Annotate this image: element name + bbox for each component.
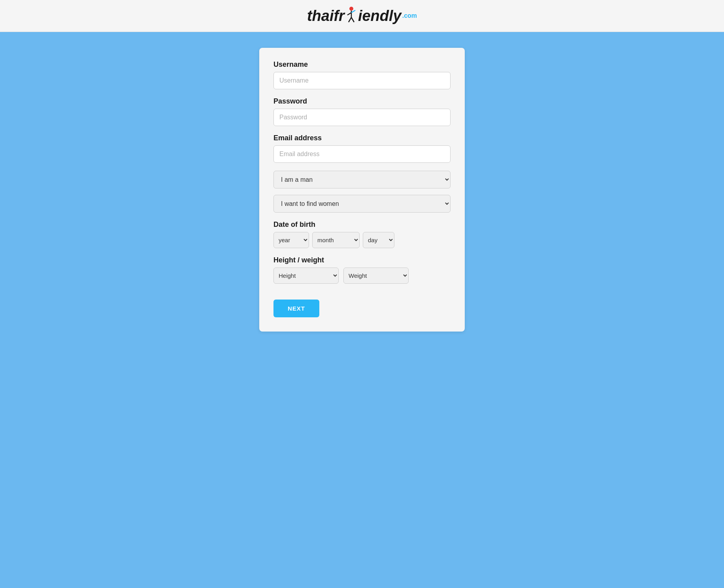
username-field-group: Username [273,60,451,89]
logo-figure-icon [345,6,358,24]
svg-line-4 [349,17,351,22]
email-label: Email address [273,134,451,142]
logo-thai: thai [307,8,334,24]
logo-iendly: iendly [358,8,402,24]
password-label: Password [273,97,451,106]
dob-year-select[interactable]: year 1990 1991 1995 2000 [273,232,309,248]
gender-field-group: I am a man I am a woman [273,171,451,188]
seeking-select[interactable]: I want to find women I want to find men … [273,195,451,213]
password-field-group: Password [273,97,451,126]
weight-select[interactable]: Weight 50 kg 60 kg 70 kg 80 kg [343,268,409,284]
site-header: thaifr iendly.com [0,0,724,32]
svg-line-3 [351,10,355,13]
email-field-group: Email address [273,134,451,163]
next-button[interactable]: NEXT [273,300,319,317]
dob-row: year 1990 1991 1995 2000 month January F… [273,232,451,248]
logo-dotcom: .com [402,12,417,19]
username-input[interactable] [273,72,451,89]
password-input[interactable] [273,109,451,126]
hw-field-group: Height / weight Height 150 cm 160 cm 170… [273,256,451,284]
gender-select[interactable]: I am a man I am a woman [273,171,451,188]
username-label: Username [273,60,451,69]
site-logo: thaifr iendly.com [307,6,417,25]
height-select[interactable]: Height 150 cm 160 cm 170 cm 180 cm [273,268,339,284]
dob-label: Date of birth [273,220,451,229]
svg-line-5 [351,17,354,22]
dob-day-select[interactable]: day 1 2 15 [363,232,394,248]
hw-label: Height / weight [273,256,451,264]
email-input[interactable] [273,145,451,163]
dob-field-group: Date of birth year 1990 1991 1995 2000 m… [273,220,451,248]
registration-form-card: Username Password Email address I am a m… [259,48,465,332]
hw-row: Height 150 cm 160 cm 170 cm 180 cm Weigh… [273,268,451,284]
seeking-field-group: I want to find women I want to find men … [273,195,451,213]
main-content: Username Password Email address I am a m… [0,32,724,588]
svg-point-0 [349,7,353,11]
dob-month-select[interactable]: month January February March [312,232,360,248]
svg-line-2 [347,13,351,15]
logo-fr: fr [334,8,344,24]
